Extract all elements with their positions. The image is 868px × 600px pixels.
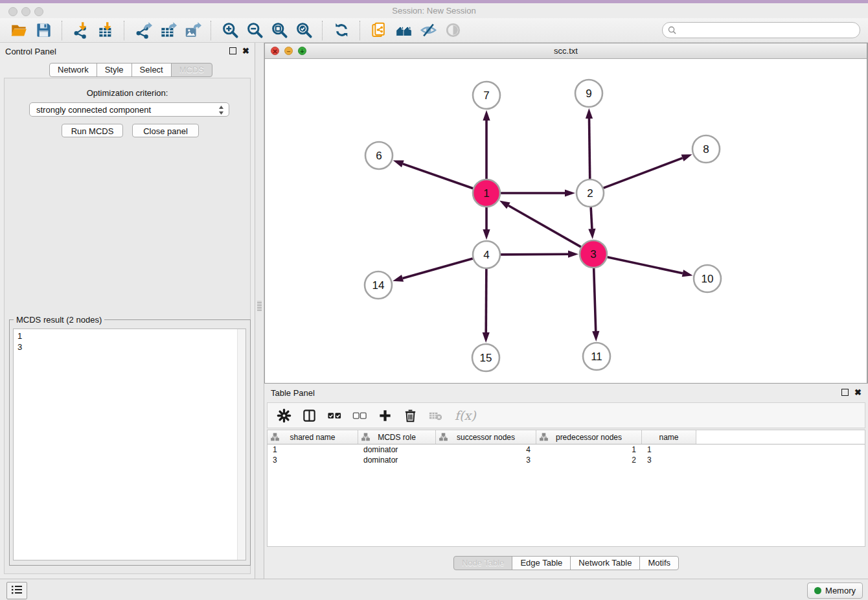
- export-network-button[interactable]: [131, 19, 155, 41]
- tab-mcds[interactable]: MCDS: [171, 63, 212, 77]
- fx-button[interactable]: f(x): [455, 408, 476, 422]
- close-panel-icon[interactable]: ✖: [242, 48, 249, 54]
- graph-node-1[interactable]: 1: [473, 179, 500, 207]
- graph-svg[interactable]: 1234678910111415: [265, 59, 867, 383]
- graph-edge-4-15[interactable]: [483, 269, 490, 343]
- svg-text:2: 2: [587, 187, 593, 200]
- tab-network[interactable]: Network: [49, 63, 97, 77]
- graph-edge-2-8[interactable]: [604, 154, 692, 188]
- search-input[interactable]: [680, 25, 854, 36]
- table-row[interactable]: 3dominator323: [268, 455, 865, 465]
- toolbar-separator: [211, 21, 212, 40]
- graph-node-2[interactable]: 2: [577, 179, 604, 207]
- graph-edge-2-3[interactable]: [588, 207, 595, 239]
- save-session-button[interactable]: [31, 19, 56, 41]
- column-header-predecessor-nodes[interactable]: predecessor nodes: [536, 430, 642, 444]
- cell-predecessor-nodes[interactable]: 1: [536, 445, 642, 454]
- refresh-button[interactable]: [329, 19, 354, 41]
- network-window-titlebar[interactable]: ✕ – + scc.txt: [265, 43, 867, 59]
- graph-node-7[interactable]: 7: [473, 82, 500, 109]
- zoom-fit-button[interactable]: [267, 19, 291, 41]
- table-panel-title: Table Panel: [271, 388, 315, 398]
- graph-node-11[interactable]: 11: [583, 343, 610, 370]
- export-table-button[interactable]: [155, 19, 180, 41]
- cell-predecessor-nodes[interactable]: 2: [536, 456, 642, 465]
- delete-table-icon: [428, 408, 443, 423]
- control-panel: Control Panel ✖ NetworkStyleSelectMCDS O…: [0, 43, 255, 579]
- optimization-criterion-select[interactable]: strongly connected component: [29, 102, 229, 117]
- memory-button[interactable]: Memory: [807, 583, 863, 599]
- tab-network-table[interactable]: Network Table: [570, 556, 640, 570]
- tab-edge-table[interactable]: Edge Table: [512, 556, 571, 570]
- cell-successor-nodes[interactable]: 3: [436, 456, 536, 465]
- graph-edge-4-3[interactable]: [501, 251, 578, 258]
- graph-node-15[interactable]: 15: [472, 344, 499, 371]
- delete-table-button[interactable]: [427, 407, 444, 424]
- open-file-button[interactable]: [6, 19, 31, 41]
- graph-edge-3-1[interactable]: [499, 200, 581, 247]
- graph-edge-1-2[interactable]: [501, 189, 575, 196]
- cell-shared-name[interactable]: 3: [268, 456, 358, 465]
- tab-motifs[interactable]: Motifs: [639, 556, 679, 570]
- run-mcds-button[interactable]: Run MCDS: [62, 124, 123, 137]
- import-table-button[interactable]: [93, 19, 118, 41]
- graph-node-9[interactable]: 9: [575, 80, 602, 107]
- graph-node-10[interactable]: 10: [694, 265, 721, 292]
- graph-edge-4-14[interactable]: [393, 259, 473, 282]
- panel-splitter[interactable]: [255, 43, 264, 579]
- svg-text:9: 9: [586, 87, 591, 100]
- new-network-from-selection-button[interactable]: [367, 19, 391, 41]
- cell-name[interactable]: 1: [642, 445, 696, 454]
- search-field[interactable]: [662, 22, 860, 38]
- splitter-grip[interactable]: [257, 301, 262, 311]
- column-header-successor-nodes[interactable]: successor nodes: [436, 430, 536, 444]
- graph-node-8[interactable]: 8: [692, 135, 720, 163]
- columns-button[interactable]: [301, 407, 317, 424]
- tab-style[interactable]: Style: [97, 63, 132, 77]
- close-panel-button[interactable]: Close panel: [132, 124, 199, 137]
- cell-name[interactable]: 3: [642, 456, 696, 465]
- deselect-all-icon: [352, 408, 367, 423]
- tab-node-table[interactable]: Node Table: [453, 556, 513, 570]
- graph-edge-1-7[interactable]: [483, 110, 490, 179]
- graph-edge-3-10[interactable]: [608, 257, 693, 277]
- select-all-button[interactable]: [326, 407, 343, 424]
- graph-node-3[interactable]: 3: [580, 240, 607, 268]
- graph-edge-2-9[interactable]: [586, 108, 593, 179]
- task-history-button[interactable]: [6, 582, 27, 599]
- add-button[interactable]: [376, 407, 393, 424]
- column-header-MCDS-role[interactable]: MCDS role: [358, 430, 436, 444]
- table-float-panel-icon[interactable]: [841, 389, 849, 396]
- zoom-in-button[interactable]: [218, 19, 242, 41]
- deselect-all-button[interactable]: [351, 407, 368, 424]
- dropdown-stepper-icon: [218, 105, 224, 120]
- cell-successor-nodes[interactable]: 4: [436, 445, 536, 454]
- column-header-name[interactable]: name: [642, 430, 696, 444]
- table-close-panel-icon[interactable]: ✖: [854, 389, 862, 395]
- delete-button[interactable]: [402, 407, 418, 424]
- zoom-selected-button[interactable]: [291, 19, 316, 41]
- memory-label: Memory: [825, 586, 856, 595]
- graph-edge-3-11[interactable]: [592, 268, 599, 341]
- export-image-button[interactable]: [180, 19, 205, 41]
- tab-select[interactable]: Select: [131, 63, 172, 77]
- graph-edge-1-4[interactable]: [483, 207, 490, 240]
- graph-node-4[interactable]: 4: [473, 241, 500, 268]
- import-network-button[interactable]: [69, 19, 93, 41]
- add-icon: [378, 408, 393, 423]
- show-graphics-details-button[interactable]: [440, 19, 465, 41]
- column-header-shared-name[interactable]: shared name: [268, 430, 358, 444]
- result-scrollbar[interactable]: [237, 329, 246, 560]
- table-row[interactable]: 1dominator411: [268, 444, 865, 455]
- home-button[interactable]: [391, 19, 416, 41]
- hide-graphics-button[interactable]: [416, 19, 440, 41]
- gear-button[interactable]: [275, 407, 292, 424]
- cell-MCDS-role[interactable]: dominator: [358, 456, 436, 465]
- zoom-out-button[interactable]: [242, 19, 267, 41]
- cell-shared-name[interactable]: 1: [268, 445, 358, 454]
- graph-node-14[interactable]: 14: [365, 271, 392, 299]
- cell-MCDS-role[interactable]: dominator: [358, 445, 436, 454]
- graph-node-6[interactable]: 6: [365, 142, 393, 169]
- graph-edge-1-6[interactable]: [393, 161, 474, 189]
- float-panel-icon[interactable]: [229, 47, 236, 54]
